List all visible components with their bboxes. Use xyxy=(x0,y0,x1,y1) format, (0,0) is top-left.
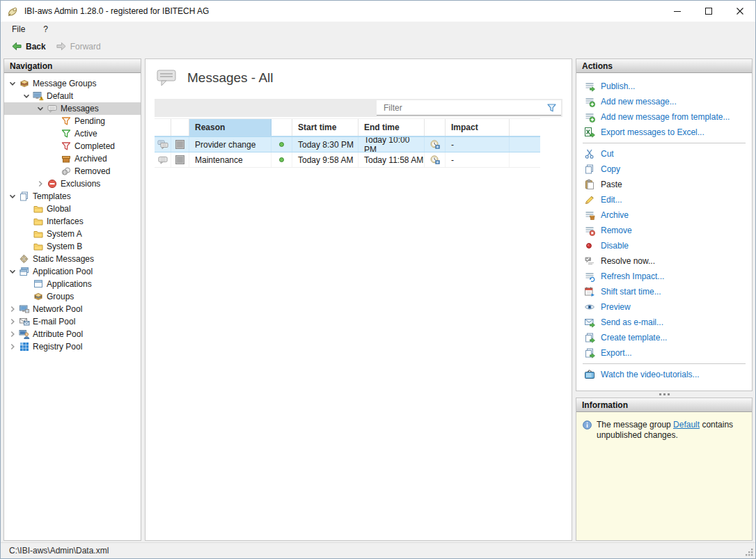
tree-item-completed[interactable]: Completed xyxy=(4,140,141,152)
tree-item-interfaces[interactable]: Interfaces xyxy=(4,215,141,228)
default-group-link[interactable]: Default xyxy=(673,420,700,430)
navigation-tree: Message GroupsDefaultMessagesPendingActi… xyxy=(4,73,141,540)
tree-item-templates[interactable]: Templates xyxy=(4,190,141,203)
forward-button[interactable]: Forward xyxy=(51,40,106,53)
column-header-blank[interactable] xyxy=(155,119,171,136)
close-button[interactable] xyxy=(724,1,755,22)
action-export-messages-to-excel[interactable]: Export messages to Excel... xyxy=(576,125,752,140)
action-add-new-message[interactable]: Add new message... xyxy=(576,94,752,109)
table-row-maintenance[interactable]: MaintenanceToday 9:58 AMToday 11:58 AM- xyxy=(155,152,540,168)
messages-icon xyxy=(46,103,58,114)
tree-item-system-b[interactable]: System B xyxy=(4,240,141,253)
action-create-template[interactable]: Create template... xyxy=(576,330,752,345)
folder-icon xyxy=(32,203,45,214)
action-disable[interactable]: Disable xyxy=(576,238,752,253)
tree-item-archived[interactable]: Archived xyxy=(4,152,141,165)
action-preview[interactable]: Preview xyxy=(576,299,752,315)
tree-item-global[interactable]: Global xyxy=(4,203,141,215)
tree-item-network-pool[interactable]: Network Pool xyxy=(4,303,141,315)
actions-panel: Actions Publish...Add new message...Add … xyxy=(576,58,753,391)
action-send-as-e-mail[interactable]: Send as e-mail... xyxy=(576,315,752,330)
chevron-right-icon[interactable] xyxy=(35,178,46,189)
action-publish[interactable]: Publish... xyxy=(576,79,752,94)
tree-item-e-mail-pool[interactable]: E-mail Pool xyxy=(4,315,141,328)
status-cell xyxy=(271,137,292,152)
tree-item-label: Network Pool xyxy=(31,304,82,314)
color-square xyxy=(175,140,184,149)
chevron-down-icon[interactable] xyxy=(7,191,18,202)
chevron-right-icon[interactable] xyxy=(7,341,18,352)
panel-splitter-handle[interactable] xyxy=(576,391,753,397)
action-remove[interactable]: Remove xyxy=(576,223,752,238)
chevron-right-icon[interactable] xyxy=(7,304,18,315)
tree-item-label: Default xyxy=(45,91,73,101)
menu-item-file[interactable]: File xyxy=(5,23,32,36)
navigation-panel: Navigation Message GroupsDefaultMessages… xyxy=(3,58,141,541)
column-header-start-time[interactable]: Start time xyxy=(292,119,359,136)
action-cut[interactable]: Cut xyxy=(576,146,752,162)
reason-cell: Maintenance xyxy=(189,152,271,167)
tree-item-groups[interactable]: Groups xyxy=(4,290,141,303)
action-shift-start-time[interactable]: Shift start time... xyxy=(576,284,752,299)
column-header-blank[interactable] xyxy=(171,119,189,136)
tree-item-message-groups[interactable]: Message Groups xyxy=(4,77,141,90)
action-copy[interactable]: Copy xyxy=(576,162,752,177)
tree-item-default[interactable]: Default xyxy=(4,90,141,102)
applications-icon xyxy=(32,278,45,290)
tree-item-label: Message Groups xyxy=(31,79,96,88)
column-header-blank[interactable] xyxy=(271,119,292,136)
tree-item-application-pool[interactable]: Application Pool xyxy=(4,265,141,278)
filter-input[interactable] xyxy=(377,101,546,115)
resolve-now-icon xyxy=(583,255,596,267)
actions-separator xyxy=(583,363,746,364)
chevron-right-icon[interactable] xyxy=(7,316,18,327)
action-watch-the-video-tutorials[interactable]: Watch the video-tutorials... xyxy=(576,367,752,382)
chevron-down-icon[interactable] xyxy=(7,266,18,277)
tree-item-messages[interactable]: Messages xyxy=(4,102,141,115)
resize-grip[interactable] xyxy=(745,548,754,557)
column-header-reason[interactable]: Reason xyxy=(189,119,271,136)
chevron-right-icon[interactable] xyxy=(7,329,18,340)
disable-icon xyxy=(583,240,596,251)
tree-item-pending[interactable]: Pending xyxy=(4,115,141,127)
action-paste[interactable]: Paste xyxy=(576,177,752,192)
chevron-down-icon[interactable] xyxy=(21,90,32,102)
minimize-button[interactable] xyxy=(661,1,693,22)
chevron-down-icon[interactable] xyxy=(35,103,46,114)
maximize-button[interactable] xyxy=(693,1,724,22)
action-label: Copy xyxy=(601,164,620,174)
back-button[interactable]: Back xyxy=(6,40,51,53)
tree-item-label: Messages xyxy=(58,104,99,113)
application-pool-icon xyxy=(18,266,31,277)
tree-item-label: Interfaces xyxy=(45,216,84,226)
filter-funnel-icon[interactable] xyxy=(546,102,558,113)
removed-icon xyxy=(60,166,72,177)
column-header-impact[interactable]: Impact xyxy=(446,119,510,136)
tree-item-system-a[interactable]: System A xyxy=(4,228,141,240)
tree-item-label: Exclusions xyxy=(58,179,100,189)
information-text: The message group Default contains unpub… xyxy=(597,420,746,441)
tree-item-registry-pool[interactable]: Registry Pool xyxy=(4,340,141,353)
action-label: Disable xyxy=(601,241,629,251)
column-header-blank[interactable] xyxy=(425,119,446,136)
menu-item-help[interactable]: ? xyxy=(36,23,55,36)
tree-item-removed[interactable]: Removed xyxy=(4,165,141,178)
action-label: Add new message from template... xyxy=(601,112,730,122)
action-archive[interactable]: Archive xyxy=(576,207,752,223)
action-export[interactable]: Export... xyxy=(576,345,752,361)
chevron-down-icon[interactable] xyxy=(7,78,18,89)
action-edit[interactable]: Edit... xyxy=(576,192,752,207)
shift-start-time-icon xyxy=(583,286,596,297)
tree-item-applications[interactable]: Applications xyxy=(4,278,141,290)
action-add-new-message-from-template[interactable]: Add new message from template... xyxy=(576,109,752,125)
tree-item-active[interactable]: Active xyxy=(4,127,141,140)
action-resolve-now[interactable]: Resolve now... xyxy=(576,253,752,269)
column-header-end-time[interactable]: End time xyxy=(359,119,425,136)
add-message-template-icon xyxy=(583,111,596,123)
tree-item-exclusions[interactable]: Exclusions xyxy=(4,178,141,190)
action-refresh-impact[interactable]: Refresh Impact... xyxy=(576,269,752,284)
tree-item-attribute-pool[interactable]: Attribute Pool xyxy=(4,328,141,340)
tree-item-static-messages[interactable]: Static Messages xyxy=(4,253,141,265)
row-filler xyxy=(510,152,540,167)
table-row-provider-change[interactable]: Provider changeToday 8:30 PMToday 10:00 … xyxy=(155,136,540,152)
